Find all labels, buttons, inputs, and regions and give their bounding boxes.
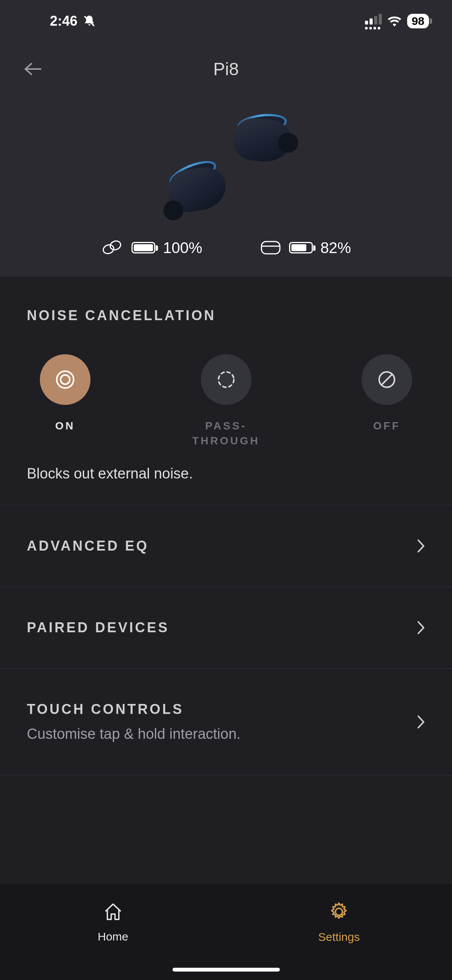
home-indicator[interactable]	[173, 968, 280, 972]
earbuds-battery: 100%	[101, 238, 202, 258]
tab-home-label: Home	[98, 930, 128, 943]
anc-mode-on[interactable]: ON	[27, 354, 104, 448]
svg-rect-3	[261, 242, 280, 254]
chevron-right-icon	[416, 715, 425, 729]
svg-point-6	[61, 375, 70, 384]
noise-cancellation-section: NOISE CANCELLATION ON	[0, 277, 452, 505]
anc-off-icon	[362, 354, 412, 405]
earbuds-icon	[101, 238, 124, 258]
tab-settings-label: Settings	[318, 931, 360, 944]
battery-icon	[131, 242, 155, 253]
anc-mode-passthrough[interactable]: PASS-THROUGH	[188, 354, 265, 448]
anc-passthrough-icon	[201, 354, 251, 405]
noise-cancellation-title: NOISE CANCELLATION	[27, 307, 425, 324]
page-title: Pi8	[0, 59, 452, 79]
tab-bar: Home Settings	[0, 884, 452, 980]
case-battery-value: 82%	[321, 239, 351, 257]
menu-touch-controls-title: TOUCH CONTROLS	[27, 701, 241, 717]
anc-mode-off[interactable]: OFF	[348, 354, 425, 448]
tab-settings[interactable]: Settings	[226, 884, 452, 961]
product-hero: 100% 82%	[0, 96, 452, 277]
status-battery: 98	[407, 14, 429, 28]
svg-point-5	[57, 371, 74, 388]
gear-icon	[329, 901, 349, 924]
back-button[interactable]	[21, 58, 44, 81]
anc-on-label: ON	[55, 418, 75, 433]
chevron-right-icon	[416, 620, 425, 635]
home-icon	[103, 902, 123, 923]
case-icon	[260, 239, 281, 256]
menu-paired-devices-title: PAIRED DEVICES	[27, 620, 169, 636]
menu-paired-devices[interactable]: PAIRED DEVICES	[0, 587, 452, 669]
svg-point-10	[335, 908, 342, 915]
svg-line-9	[381, 374, 392, 385]
earbuds-battery-value: 100%	[163, 239, 202, 257]
anc-passthrough-label: PASS-THROUGH	[192, 418, 260, 448]
wifi-icon	[387, 15, 402, 27]
silent-mode-icon	[83, 14, 96, 28]
anc-on-icon	[40, 354, 90, 405]
status-time: 2:46	[50, 13, 77, 29]
case-battery: 82%	[260, 239, 351, 257]
anc-off-label: OFF	[373, 418, 401, 433]
tab-home[interactable]: Home	[0, 884, 226, 961]
svg-point-7	[219, 372, 234, 387]
product-image	[161, 107, 291, 222]
chevron-right-icon	[416, 539, 425, 553]
anc-description: Blocks out external noise.	[27, 465, 425, 482]
menu-touch-controls-subtitle: Customise tap & hold interaction.	[27, 726, 241, 742]
menu-advanced-eq-title: ADVANCED EQ	[27, 538, 149, 554]
cellular-signal-icon	[365, 13, 382, 30]
status-bar: 2:46 98	[0, 0, 452, 42]
battery-icon	[289, 242, 313, 253]
page-header: Pi8	[0, 42, 452, 96]
menu-touch-controls[interactable]: TOUCH CONTROLS Customise tap & hold inte…	[0, 669, 452, 775]
menu-advanced-eq[interactable]: ADVANCED EQ	[0, 505, 452, 587]
